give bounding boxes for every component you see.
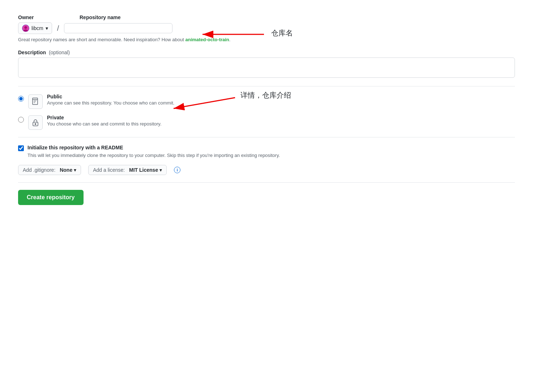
owner-dropdown[interactable]: libcm ▾	[18, 22, 52, 34]
public-text: Public Anyone can see this repository. Y…	[47, 94, 174, 106]
gitignore-label: Add .gitignore:	[23, 167, 55, 173]
slash-divider: /	[57, 24, 59, 33]
repo-name-annotation: 仓库名	[271, 28, 293, 38]
repo-name-label: Repository name	[80, 14, 121, 20]
divider-2	[18, 137, 515, 137]
create-repo-button[interactable]: Create repository	[18, 190, 84, 205]
description-annotation: 详情，仓库介绍	[240, 90, 291, 100]
gitignore-value: None	[60, 167, 72, 173]
description-label: Description (optional)	[18, 50, 515, 55]
divider-1	[18, 86, 515, 86]
owner-dropdown-arrow: ▾	[46, 25, 48, 31]
owner-username: libcm	[31, 25, 43, 31]
license-label: Add a license:	[93, 167, 125, 173]
license-value: MIT License	[129, 167, 158, 173]
description-optional: (optional)	[49, 50, 70, 55]
svg-rect-9	[35, 123, 36, 125]
private-radio[interactable]	[18, 117, 24, 123]
readme-checkbox[interactable]	[18, 145, 24, 151]
repo-name-input[interactable]	[64, 23, 172, 33]
public-icon	[28, 94, 43, 109]
annotations-overlay	[18, 14, 515, 205]
private-text: Private You choose who can see and commi…	[47, 115, 162, 127]
license-dropdown[interactable]: Add a license: MIT License ▾	[88, 165, 167, 175]
divider-3	[18, 182, 515, 183]
suggestion-link[interactable]: animated-octo-train	[185, 37, 229, 42]
private-icon	[28, 115, 43, 130]
description-input[interactable]	[18, 57, 515, 78]
public-radio[interactable]	[18, 96, 24, 102]
license-arrow: ▾	[159, 167, 162, 173]
svg-point-1	[24, 26, 27, 29]
owner-label: Owner	[18, 14, 80, 20]
svg-rect-3	[33, 98, 38, 105]
readme-section: Initialize this repository with a README…	[18, 145, 515, 159]
info-icon[interactable]: i	[174, 167, 180, 173]
readme-text: Initialize this repository with a README…	[27, 145, 280, 159]
gitignore-arrow: ▾	[74, 167, 76, 173]
repo-hint-text: Great repository names are short and mem…	[18, 37, 515, 42]
owner-avatar	[22, 25, 29, 32]
dropdowns-row: Add .gitignore: None ▾ Add a license: MI…	[18, 165, 515, 175]
gitignore-dropdown[interactable]: Add .gitignore: None ▾	[18, 165, 81, 175]
private-option: Private You choose who can see and commi…	[18, 115, 515, 130]
